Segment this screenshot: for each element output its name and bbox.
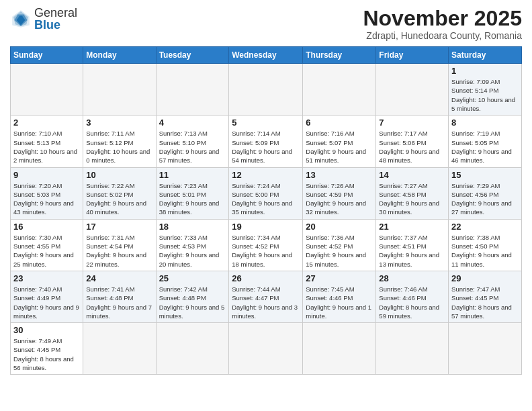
col-saturday: Saturday: [449, 47, 522, 64]
table-row: 11Sunrise: 7:23 AM Sunset: 5:01 PM Dayli…: [156, 167, 229, 219]
col-sunday: Sunday: [11, 47, 83, 64]
table-row: 27Sunrise: 7:45 AM Sunset: 4:46 PM Dayli…: [303, 271, 376, 322]
day-info: Sunrise: 7:37 AM Sunset: 4:51 PM Dayligh…: [379, 233, 445, 269]
table-row: [83, 323, 156, 375]
table-row: 12Sunrise: 7:24 AM Sunset: 5:00 PM Dayli…: [229, 167, 303, 219]
day-number: 9: [13, 170, 80, 180]
day-number: 26: [232, 273, 300, 283]
header: General Blue November 2025 Zdrapti, Hune…: [10, 7, 522, 41]
day-info: Sunrise: 7:16 AM Sunset: 5:07 PM Dayligh…: [306, 129, 373, 165]
table-row: 22Sunrise: 7:38 AM Sunset: 4:50 PM Dayli…: [449, 219, 522, 271]
day-info: Sunrise: 7:46 AM Sunset: 4:46 PM Dayligh…: [379, 285, 445, 320]
table-row: [11, 64, 83, 116]
day-info: Sunrise: 7:40 AM Sunset: 4:49 PM Dayligh…: [13, 285, 80, 320]
calendar-week-row: 16Sunrise: 7:30 AM Sunset: 4:55 PM Dayli…: [11, 219, 522, 271]
table-row: 10Sunrise: 7:22 AM Sunset: 5:02 PM Dayli…: [83, 167, 156, 219]
day-info: Sunrise: 7:10 AM Sunset: 5:13 PM Dayligh…: [13, 129, 80, 165]
day-info: Sunrise: 7:41 AM Sunset: 4:48 PM Dayligh…: [86, 285, 152, 320]
day-info: Sunrise: 7:45 AM Sunset: 4:46 PM Dayligh…: [306, 285, 373, 320]
day-number: 17: [86, 222, 152, 232]
col-wednesday: Wednesday: [229, 47, 303, 64]
day-number: 6: [306, 118, 373, 128]
logo-text: General Blue: [34, 7, 77, 31]
col-friday: Friday: [376, 47, 449, 64]
day-number: 29: [451, 273, 519, 283]
table-row: 15Sunrise: 7:29 AM Sunset: 4:56 PM Dayli…: [449, 167, 522, 219]
day-info: Sunrise: 7:42 AM Sunset: 4:48 PM Dayligh…: [159, 285, 226, 320]
generalblue-icon: [10, 8, 32, 30]
table-row: 3Sunrise: 7:11 AM Sunset: 5:12 PM Daylig…: [83, 116, 156, 167]
title-block: November 2025 Zdrapti, Hunedoara County,…: [363, 7, 522, 41]
day-number: 14: [379, 170, 445, 180]
logo-general: General: [34, 6, 77, 19]
day-info: Sunrise: 7:17 AM Sunset: 5:06 PM Dayligh…: [379, 129, 445, 165]
table-row: 26Sunrise: 7:44 AM Sunset: 4:47 PM Dayli…: [229, 271, 303, 322]
calendar-week-row: 30Sunrise: 7:49 AM Sunset: 4:45 PM Dayli…: [11, 323, 522, 375]
calendar-week-row: 2Sunrise: 7:10 AM Sunset: 5:13 PM Daylig…: [11, 116, 522, 167]
col-tuesday: Tuesday: [156, 47, 229, 64]
day-number: 21: [379, 222, 445, 232]
day-number: 30: [13, 325, 80, 335]
day-number: 7: [379, 118, 445, 128]
day-number: 1: [451, 66, 519, 76]
day-number: 24: [86, 273, 152, 283]
day-number: 28: [379, 273, 445, 283]
location: Zdrapti, Hunedoara County, Romania: [363, 30, 522, 41]
logo: General Blue: [10, 7, 77, 31]
table-row: [156, 323, 229, 375]
logo-blue: Blue: [34, 18, 60, 32]
table-row: 2Sunrise: 7:10 AM Sunset: 5:13 PM Daylig…: [11, 116, 83, 167]
day-number: 16: [13, 222, 80, 232]
table-row: 8Sunrise: 7:19 AM Sunset: 5:05 PM Daylig…: [449, 116, 522, 167]
day-info: Sunrise: 7:44 AM Sunset: 4:47 PM Dayligh…: [232, 285, 300, 320]
day-info: Sunrise: 7:27 AM Sunset: 4:58 PM Dayligh…: [379, 181, 445, 217]
day-number: 18: [159, 222, 226, 232]
table-row: [449, 323, 522, 375]
day-info: Sunrise: 7:14 AM Sunset: 5:09 PM Dayligh…: [232, 129, 300, 165]
table-row: [83, 64, 156, 116]
table-row: 23Sunrise: 7:40 AM Sunset: 4:49 PM Dayli…: [11, 271, 83, 322]
month-title: November 2025: [363, 7, 522, 30]
table-row: 1Sunrise: 7:09 AM Sunset: 5:14 PM Daylig…: [449, 64, 522, 116]
calendar-week-row: 23Sunrise: 7:40 AM Sunset: 4:49 PM Dayli…: [11, 271, 522, 322]
table-row: 30Sunrise: 7:49 AM Sunset: 4:45 PM Dayli…: [11, 323, 83, 375]
day-info: Sunrise: 7:23 AM Sunset: 5:01 PM Dayligh…: [159, 181, 226, 217]
calendar-week-row: 1Sunrise: 7:09 AM Sunset: 5:14 PM Daylig…: [11, 64, 522, 116]
day-number: 13: [306, 170, 373, 180]
day-info: Sunrise: 7:31 AM Sunset: 4:54 PM Dayligh…: [86, 233, 152, 269]
table-row: [303, 323, 376, 375]
calendar-header-row: Sunday Monday Tuesday Wednesday Thursday…: [11, 47, 522, 64]
day-info: Sunrise: 7:24 AM Sunset: 5:00 PM Dayligh…: [232, 181, 300, 217]
day-info: Sunrise: 7:38 AM Sunset: 4:50 PM Dayligh…: [451, 233, 519, 269]
table-row: 29Sunrise: 7:47 AM Sunset: 4:45 PM Dayli…: [449, 271, 522, 322]
day-number: 19: [232, 222, 300, 232]
table-row: 25Sunrise: 7:42 AM Sunset: 4:48 PM Dayli…: [156, 271, 229, 322]
day-number: 15: [451, 170, 519, 180]
day-info: Sunrise: 7:33 AM Sunset: 4:53 PM Dayligh…: [159, 233, 226, 269]
day-number: 25: [159, 273, 226, 283]
table-row: [156, 64, 229, 116]
table-row: [303, 64, 376, 116]
day-number: 5: [232, 118, 300, 128]
day-number: 3: [86, 118, 152, 128]
table-row: 5Sunrise: 7:14 AM Sunset: 5:09 PM Daylig…: [229, 116, 303, 167]
table-row: 21Sunrise: 7:37 AM Sunset: 4:51 PM Dayli…: [376, 219, 449, 271]
col-monday: Monday: [83, 47, 156, 64]
table-row: [229, 64, 303, 116]
day-info: Sunrise: 7:11 AM Sunset: 5:12 PM Dayligh…: [86, 129, 152, 165]
table-row: [376, 64, 449, 116]
day-info: Sunrise: 7:29 AM Sunset: 4:56 PM Dayligh…: [451, 181, 519, 217]
table-row: 9Sunrise: 7:20 AM Sunset: 5:03 PM Daylig…: [11, 167, 83, 219]
table-row: 19Sunrise: 7:34 AM Sunset: 4:52 PM Dayli…: [229, 219, 303, 271]
calendar-table: Sunday Monday Tuesday Wednesday Thursday…: [10, 46, 522, 375]
day-info: Sunrise: 7:19 AM Sunset: 5:05 PM Dayligh…: [451, 129, 519, 165]
page: General Blue November 2025 Zdrapti, Hune…: [0, 0, 532, 381]
calendar-week-row: 9Sunrise: 7:20 AM Sunset: 5:03 PM Daylig…: [11, 167, 522, 219]
day-info: Sunrise: 7:49 AM Sunset: 4:45 PM Dayligh…: [13, 336, 80, 372]
table-row: [376, 323, 449, 375]
day-number: 23: [13, 273, 80, 283]
table-row: 16Sunrise: 7:30 AM Sunset: 4:55 PM Dayli…: [11, 219, 83, 271]
table-row: 7Sunrise: 7:17 AM Sunset: 5:06 PM Daylig…: [376, 116, 449, 167]
day-info: Sunrise: 7:36 AM Sunset: 4:52 PM Dayligh…: [306, 233, 373, 269]
day-info: Sunrise: 7:13 AM Sunset: 5:10 PM Dayligh…: [159, 129, 226, 165]
